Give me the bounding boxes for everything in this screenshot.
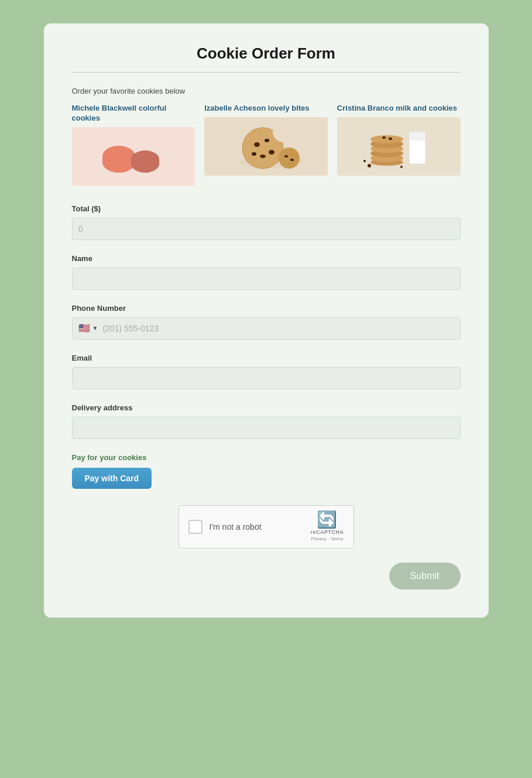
svg-point-20 <box>284 155 288 157</box>
name-input[interactable] <box>72 268 461 290</box>
cookie-image-2 <box>204 117 328 176</box>
payment-section: Pay for your cookies Pay with Card <box>72 453 461 489</box>
cookie-item-1: Michele Blackwell colorful cookies <box>72 104 195 186</box>
svg-rect-23 <box>409 132 425 140</box>
svg-point-21 <box>290 159 294 161</box>
recaptcha-box[interactable]: I'm not a robot 🔄 reCAPTCHA Privacy - Te… <box>179 505 354 549</box>
svg-point-9 <box>131 150 159 168</box>
recaptcha-container: I'm not a robot 🔄 reCAPTCHA Privacy - Te… <box>72 505 461 549</box>
email-label: Email <box>72 354 461 362</box>
pay-with-card-button[interactable]: Pay with Card <box>72 468 152 489</box>
recaptcha-logo: 🔄 reCAPTCHA Privacy - Terms <box>310 512 344 541</box>
phone-field-group: Phone Number 🇺🇸 ▼ <box>72 304 461 340</box>
form-card: Cookie Order Form Order your favorite co… <box>44 23 489 618</box>
name-field-group: Name <box>72 254 461 290</box>
cookie-grid: Michele Blackwell colorful cookies <box>72 104 461 186</box>
phone-label: Phone Number <box>72 304 461 313</box>
pay-section-label: Pay for your cookies <box>72 453 461 462</box>
svg-point-30 <box>382 136 386 139</box>
total-input[interactable] <box>72 218 461 240</box>
cookie-item-2: Izabelle Acheson lovely bites <box>204 104 328 186</box>
form-title: Cookie Order Form <box>72 44 461 63</box>
name-label: Name <box>72 254 461 263</box>
recaptcha-spiral-icon: 🔄 <box>317 512 337 528</box>
svg-point-17 <box>252 152 256 156</box>
cookie-name-3: Cristina Branco milk and cookies <box>337 104 461 114</box>
cookie-image-3 <box>337 117 461 176</box>
svg-point-15 <box>265 139 269 142</box>
phone-input[interactable] <box>102 324 454 333</box>
svg-point-18 <box>260 155 266 158</box>
svg-point-4 <box>102 146 135 167</box>
cookie-name-1: Michele Blackwell colorful cookies <box>72 104 195 124</box>
recaptcha-checkbox[interactable] <box>188 520 202 534</box>
total-field-group: Total ($) <box>72 204 461 240</box>
recaptcha-brand: reCAPTCHA <box>310 529 344 535</box>
svg-point-13 <box>273 121 294 142</box>
divider <box>72 72 461 73</box>
recaptcha-text: I'm not a robot <box>210 522 304 532</box>
address-field-group: Delivery address <box>72 403 461 439</box>
submit-row: Submit <box>72 563 461 590</box>
address-input[interactable] <box>72 417 461 439</box>
svg-point-19 <box>279 148 300 169</box>
svg-point-31 <box>389 138 392 140</box>
subtitle: Order your favorite cookies below <box>72 87 461 95</box>
phone-dropdown-arrow[interactable]: ▼ <box>92 325 98 331</box>
address-label: Delivery address <box>72 403 461 412</box>
svg-point-34 <box>363 160 366 162</box>
phone-wrapper[interactable]: 🇺🇸 ▼ <box>72 317 461 340</box>
cookie-item-3: Cristina Branco milk and cookies <box>337 104 461 186</box>
submit-button[interactable]: Submit <box>389 563 461 590</box>
total-label: Total ($) <box>72 204 461 213</box>
recaptcha-links: Privacy - Terms <box>311 536 344 541</box>
us-flag-icon: 🇺🇸 <box>78 323 90 334</box>
svg-point-16 <box>269 150 274 155</box>
svg-point-33 <box>400 166 403 168</box>
cookie-name-2: Izabelle Acheson lovely bites <box>204 104 328 114</box>
svg-point-29 <box>370 135 403 143</box>
svg-point-14 <box>254 142 260 147</box>
cookie-image-1 <box>72 127 195 186</box>
email-input[interactable] <box>72 367 461 389</box>
email-field-group: Email <box>72 354 461 389</box>
svg-point-32 <box>368 164 371 167</box>
